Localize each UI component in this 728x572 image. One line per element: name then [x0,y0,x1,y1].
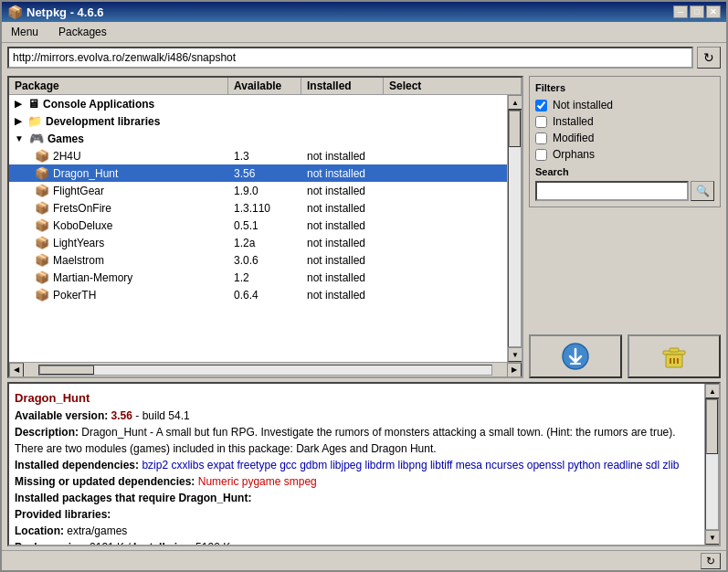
installed-cell: not installed [301,253,384,268]
url-input[interactable] [7,47,693,69]
filter-installed-label: Installed [553,115,594,128]
select-cell [384,242,507,244]
select-cell [384,121,507,122]
installed-cell: not installed [301,288,384,302]
installed-cell [301,121,384,122]
search-box: Search 🔍 [535,166,714,201]
select-cell [384,173,507,175]
select-cell [384,277,507,279]
horizontal-scrollbar[interactable]: ◀ ▶ [9,362,522,376]
detail-scroll-up[interactable]: ▲ [705,384,720,398]
bottom-panel: Dragon_Hunt Available version: 3.56 - bu… [7,382,721,546]
filter-installed-checkbox[interactable] [535,116,547,128]
select-cell [384,294,507,296]
table-row[interactable]: 📦 PokerTH 0.6.4 not installed [9,286,507,303]
installed-cell [301,103,384,105]
installed-cell: not installed [301,236,384,250]
table-row[interactable]: 📦 Dragon_Hunt 3.56 not installed [9,164,507,182]
available-cell: 1.2 [228,270,301,285]
scroll-right-button[interactable]: ▶ [507,363,522,377]
package-icon: 📦 [35,270,49,284]
table-row[interactable]: 📦 Maelstrom 3.0.6 not installed [9,251,507,269]
table-row[interactable]: 📦 FlightGear 1.9.0 not installed [9,182,507,199]
maximize-button[interactable]: □ [690,5,704,18]
detail-version-line: Available version: 3.56 - build 54.1 [15,408,699,424]
detail-name: Dragon_Hunt [15,389,699,408]
search-input[interactable] [535,181,689,201]
table-row[interactable]: ▼ 🎮 Games [9,130,507,147]
detail-scrollbar[interactable]: ▲ ▼ [704,384,719,545]
close-button[interactable]: ✕ [706,5,721,18]
search-button[interactable]: 🔍 [691,181,714,201]
detail-content: Dragon_Hunt Available version: 3.56 - bu… [9,384,704,545]
package-icon: 📦 [35,166,49,180]
minimize-button[interactable]: ─ [673,5,688,18]
table-scroll[interactable]: ▶ 🖥 Console Applications [9,95,507,362]
install-button[interactable] [529,334,622,378]
package-name-cell: 📦 LightYears [9,235,228,250]
installed-cell: not installed [301,149,384,164]
detail-scroll-track[interactable] [705,398,719,530]
left-panel: Package Available Installed Select ▶ [7,76,523,378]
refresh-button[interactable]: ↻ [697,47,721,69]
scroll-down-button[interactable]: ▼ [508,347,522,362]
table-row[interactable]: ▶ 📁 Development libraries [9,112,507,130]
detail-scroll-down[interactable]: ▼ [705,530,720,545]
scroll-left-button[interactable]: ◀ [9,363,24,377]
scroll-track[interactable] [508,110,522,347]
filter-modified-checkbox[interactable] [535,132,547,144]
package-icon: 📦 [35,218,49,232]
detail-location-line: Location: extra/games [15,523,699,539]
table-row[interactable]: ▶ 🖥 Console Applications [9,95,507,112]
filter-not-installed[interactable]: Not installed [535,99,714,111]
package-table-wrapper: Package Available Installed Select ▶ [7,76,523,378]
package-name-cell: 📦 KoboDeluxe [9,217,228,233]
detail-provided-line: Provided libraries: [15,506,699,523]
table-row[interactable]: 📦 FretsOnFire 1.3.110 not installed [9,199,507,217]
package-icon: 📦 [35,253,49,267]
package-name-cell: ▶ 📁 Development libraries [9,113,228,129]
table-row[interactable]: 📦 2H4U 1.3 not installed [9,147,507,164]
uninstall-icon [659,342,689,371]
table-row[interactable]: 📦 Martian-Memory 1.2 not installed [9,269,507,286]
available-cell: 1.3 [228,149,301,164]
select-cell [384,138,507,140]
available-cell: 0.6.4 [228,288,301,302]
menu-item-packages[interactable]: Packages [53,24,112,40]
detail-missing-deps-line: Missing or updated dependencies: Numeric… [15,473,699,490]
expand-icon[interactable]: ▶ [15,116,22,126]
detail-scroll-thumb[interactable] [706,399,718,454]
package-name-cell: 📦 FretsOnFire [9,200,228,216]
menu-item-menu[interactable]: Menu [5,24,44,40]
package-icon: 📦 [35,184,49,197]
h-scroll-track[interactable] [38,365,492,376]
filter-modified[interactable]: Modified [535,132,714,144]
filters-box: Filters Not installed Installed Modified… [529,76,721,207]
svg-rect-7 [670,348,679,352]
package-name: Console Applications [43,98,154,111]
filters-title: Filters [535,82,714,93]
package-name: FretsOnFire [53,202,111,215]
package-name: KoboDeluxe [53,219,112,232]
table-row[interactable]: 📦 KoboDeluxe 0.5.1 not installed [9,217,507,234]
status-refresh-button[interactable]: ↻ [701,553,721,569]
category-icon: 🎮 [29,132,44,145]
expand-icon[interactable]: ▶ [15,99,22,109]
table-row[interactable]: 📦 LightYears 1.2a not installed [9,234,507,251]
filter-orphans[interactable]: Orphans [535,148,714,161]
filter-orphans-checkbox[interactable] [535,149,547,161]
expand-icon[interactable]: ▼ [15,133,24,143]
installed-cell [301,138,384,140]
window-title: Netpkg - 4.6.6 [26,5,104,19]
available-cell: 0.5.1 [228,218,301,233]
package-name-cell: 📦 2H4U [9,148,228,164]
vertical-scrollbar[interactable]: ▲ ▼ [507,95,522,362]
h-scroll-thumb[interactable] [39,365,94,375]
uninstall-button[interactable] [628,334,721,378]
available-cell [228,121,301,122]
scroll-up-button[interactable]: ▲ [508,95,522,110]
filter-not-installed-checkbox[interactable] [535,100,547,111]
filter-installed[interactable]: Installed [535,115,714,128]
status-bar: ↻ [2,550,726,570]
scroll-thumb[interactable] [509,111,521,147]
